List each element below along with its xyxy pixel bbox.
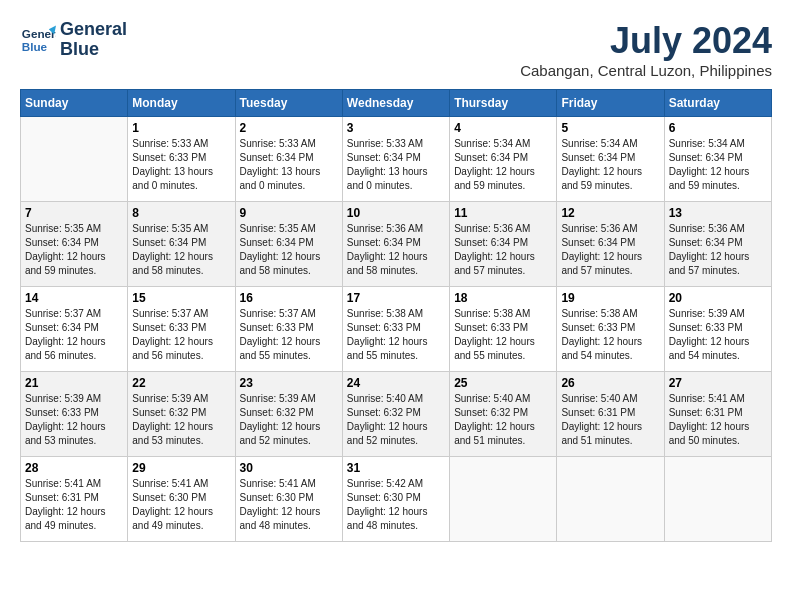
- weekday-row: SundayMondayTuesdayWednesdayThursdayFrid…: [21, 90, 772, 117]
- weekday-header-sunday: Sunday: [21, 90, 128, 117]
- calendar-week-row: 1Sunrise: 5:33 AMSunset: 6:33 PMDaylight…: [21, 117, 772, 202]
- day-info: Sunrise: 5:41 AMSunset: 6:30 PMDaylight:…: [132, 477, 230, 533]
- day-number: 24: [347, 376, 445, 390]
- day-info: Sunrise: 5:35 AMSunset: 6:34 PMDaylight:…: [240, 222, 338, 278]
- day-number: 5: [561, 121, 659, 135]
- calendar-cell: [21, 117, 128, 202]
- calendar-cell: 16Sunrise: 5:37 AMSunset: 6:33 PMDayligh…: [235, 287, 342, 372]
- day-number: 2: [240, 121, 338, 135]
- calendar-cell: 28Sunrise: 5:41 AMSunset: 6:31 PMDayligh…: [21, 457, 128, 542]
- calendar-cell: 18Sunrise: 5:38 AMSunset: 6:33 PMDayligh…: [450, 287, 557, 372]
- month-year-title: July 2024: [520, 20, 772, 62]
- calendar-cell: 23Sunrise: 5:39 AMSunset: 6:32 PMDayligh…: [235, 372, 342, 457]
- day-number: 17: [347, 291, 445, 305]
- calendar-body: 1Sunrise: 5:33 AMSunset: 6:33 PMDaylight…: [21, 117, 772, 542]
- day-number: 4: [454, 121, 552, 135]
- calendar-cell: 31Sunrise: 5:42 AMSunset: 6:30 PMDayligh…: [342, 457, 449, 542]
- calendar-week-row: 21Sunrise: 5:39 AMSunset: 6:33 PMDayligh…: [21, 372, 772, 457]
- page-header: General Blue General Blue July 2024 Caba…: [20, 20, 772, 79]
- day-info: Sunrise: 5:34 AMSunset: 6:34 PMDaylight:…: [669, 137, 767, 193]
- day-number: 10: [347, 206, 445, 220]
- day-info: Sunrise: 5:37 AMSunset: 6:33 PMDaylight:…: [240, 307, 338, 363]
- calendar-cell: 26Sunrise: 5:40 AMSunset: 6:31 PMDayligh…: [557, 372, 664, 457]
- day-number: 28: [25, 461, 123, 475]
- calendar-cell: 21Sunrise: 5:39 AMSunset: 6:33 PMDayligh…: [21, 372, 128, 457]
- day-info: Sunrise: 5:37 AMSunset: 6:33 PMDaylight:…: [132, 307, 230, 363]
- calendar-cell: 2Sunrise: 5:33 AMSunset: 6:34 PMDaylight…: [235, 117, 342, 202]
- day-info: Sunrise: 5:33 AMSunset: 6:34 PMDaylight:…: [240, 137, 338, 193]
- calendar-cell: 5Sunrise: 5:34 AMSunset: 6:34 PMDaylight…: [557, 117, 664, 202]
- day-info: Sunrise: 5:35 AMSunset: 6:34 PMDaylight:…: [132, 222, 230, 278]
- day-number: 26: [561, 376, 659, 390]
- calendar-week-row: 7Sunrise: 5:35 AMSunset: 6:34 PMDaylight…: [21, 202, 772, 287]
- day-info: Sunrise: 5:41 AMSunset: 6:31 PMDaylight:…: [669, 392, 767, 448]
- day-number: 21: [25, 376, 123, 390]
- calendar-table: SundayMondayTuesdayWednesdayThursdayFrid…: [20, 89, 772, 542]
- logo-icon: General Blue: [20, 22, 56, 58]
- weekday-header-friday: Friday: [557, 90, 664, 117]
- day-number: 27: [669, 376, 767, 390]
- calendar-cell: 1Sunrise: 5:33 AMSunset: 6:33 PMDaylight…: [128, 117, 235, 202]
- calendar-cell: 30Sunrise: 5:41 AMSunset: 6:30 PMDayligh…: [235, 457, 342, 542]
- calendar-header: SundayMondayTuesdayWednesdayThursdayFrid…: [21, 90, 772, 117]
- calendar-cell: 7Sunrise: 5:35 AMSunset: 6:34 PMDaylight…: [21, 202, 128, 287]
- day-info: Sunrise: 5:41 AMSunset: 6:30 PMDaylight:…: [240, 477, 338, 533]
- day-info: Sunrise: 5:33 AMSunset: 6:33 PMDaylight:…: [132, 137, 230, 193]
- calendar-cell: 27Sunrise: 5:41 AMSunset: 6:31 PMDayligh…: [664, 372, 771, 457]
- day-info: Sunrise: 5:41 AMSunset: 6:31 PMDaylight:…: [25, 477, 123, 533]
- calendar-cell: 12Sunrise: 5:36 AMSunset: 6:34 PMDayligh…: [557, 202, 664, 287]
- calendar-cell: 29Sunrise: 5:41 AMSunset: 6:30 PMDayligh…: [128, 457, 235, 542]
- day-number: 16: [240, 291, 338, 305]
- calendar-cell: 6Sunrise: 5:34 AMSunset: 6:34 PMDaylight…: [664, 117, 771, 202]
- day-number: 15: [132, 291, 230, 305]
- day-info: Sunrise: 5:40 AMSunset: 6:31 PMDaylight:…: [561, 392, 659, 448]
- title-block: July 2024 Cabangan, Central Luzon, Phili…: [520, 20, 772, 79]
- day-info: Sunrise: 5:39 AMSunset: 6:32 PMDaylight:…: [240, 392, 338, 448]
- day-number: 9: [240, 206, 338, 220]
- day-info: Sunrise: 5:39 AMSunset: 6:32 PMDaylight:…: [132, 392, 230, 448]
- calendar-cell: 13Sunrise: 5:36 AMSunset: 6:34 PMDayligh…: [664, 202, 771, 287]
- day-number: 29: [132, 461, 230, 475]
- day-info: Sunrise: 5:33 AMSunset: 6:34 PMDaylight:…: [347, 137, 445, 193]
- calendar-cell: [664, 457, 771, 542]
- calendar-cell: [557, 457, 664, 542]
- day-number: 12: [561, 206, 659, 220]
- day-info: Sunrise: 5:36 AMSunset: 6:34 PMDaylight:…: [347, 222, 445, 278]
- calendar-week-row: 28Sunrise: 5:41 AMSunset: 6:31 PMDayligh…: [21, 457, 772, 542]
- day-number: 13: [669, 206, 767, 220]
- weekday-header-saturday: Saturday: [664, 90, 771, 117]
- day-info: Sunrise: 5:36 AMSunset: 6:34 PMDaylight:…: [561, 222, 659, 278]
- day-info: Sunrise: 5:39 AMSunset: 6:33 PMDaylight:…: [669, 307, 767, 363]
- calendar-cell: [450, 457, 557, 542]
- day-info: Sunrise: 5:36 AMSunset: 6:34 PMDaylight:…: [669, 222, 767, 278]
- day-number: 11: [454, 206, 552, 220]
- day-info: Sunrise: 5:35 AMSunset: 6:34 PMDaylight:…: [25, 222, 123, 278]
- weekday-header-tuesday: Tuesday: [235, 90, 342, 117]
- calendar-cell: 15Sunrise: 5:37 AMSunset: 6:33 PMDayligh…: [128, 287, 235, 372]
- day-info: Sunrise: 5:38 AMSunset: 6:33 PMDaylight:…: [347, 307, 445, 363]
- calendar-cell: 8Sunrise: 5:35 AMSunset: 6:34 PMDaylight…: [128, 202, 235, 287]
- weekday-header-wednesday: Wednesday: [342, 90, 449, 117]
- logo-text: General Blue: [60, 20, 127, 60]
- day-info: Sunrise: 5:36 AMSunset: 6:34 PMDaylight:…: [454, 222, 552, 278]
- calendar-cell: 25Sunrise: 5:40 AMSunset: 6:32 PMDayligh…: [450, 372, 557, 457]
- calendar-cell: 24Sunrise: 5:40 AMSunset: 6:32 PMDayligh…: [342, 372, 449, 457]
- calendar-cell: 22Sunrise: 5:39 AMSunset: 6:32 PMDayligh…: [128, 372, 235, 457]
- day-number: 8: [132, 206, 230, 220]
- day-info: Sunrise: 5:34 AMSunset: 6:34 PMDaylight:…: [561, 137, 659, 193]
- day-info: Sunrise: 5:38 AMSunset: 6:33 PMDaylight:…: [561, 307, 659, 363]
- day-info: Sunrise: 5:34 AMSunset: 6:34 PMDaylight:…: [454, 137, 552, 193]
- calendar-cell: 20Sunrise: 5:39 AMSunset: 6:33 PMDayligh…: [664, 287, 771, 372]
- day-info: Sunrise: 5:37 AMSunset: 6:34 PMDaylight:…: [25, 307, 123, 363]
- day-number: 31: [347, 461, 445, 475]
- calendar-cell: 17Sunrise: 5:38 AMSunset: 6:33 PMDayligh…: [342, 287, 449, 372]
- day-info: Sunrise: 5:38 AMSunset: 6:33 PMDaylight:…: [454, 307, 552, 363]
- day-info: Sunrise: 5:39 AMSunset: 6:33 PMDaylight:…: [25, 392, 123, 448]
- day-number: 20: [669, 291, 767, 305]
- location-subtitle: Cabangan, Central Luzon, Philippines: [520, 62, 772, 79]
- calendar-cell: 19Sunrise: 5:38 AMSunset: 6:33 PMDayligh…: [557, 287, 664, 372]
- logo: General Blue General Blue: [20, 20, 127, 60]
- weekday-header-monday: Monday: [128, 90, 235, 117]
- day-number: 23: [240, 376, 338, 390]
- day-number: 30: [240, 461, 338, 475]
